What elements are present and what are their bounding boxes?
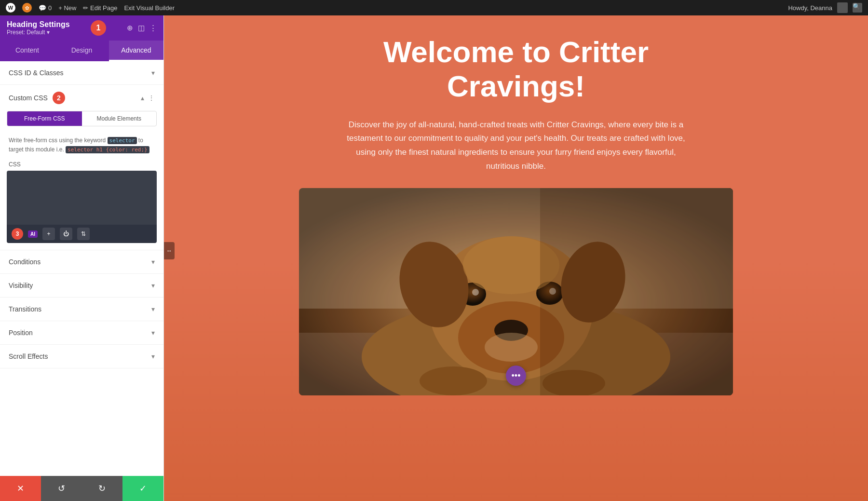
css-info-text: Write free-form css using the keyword se…: [0, 132, 163, 159]
visibility-label: Visibility: [9, 282, 33, 289]
edit-page-button[interactable]: ✏ Edit Page: [83, 4, 117, 12]
visibility-section[interactable]: Visibility ▾: [0, 274, 163, 298]
add-css-button[interactable]: +: [42, 228, 55, 240]
divi-logo[interactable]: ✿: [22, 3, 32, 13]
comment-number: 0: [48, 4, 52, 12]
css-type-tabs: Free-Form CSS Module Elements: [7, 111, 157, 126]
redo-button[interactable]: ↻: [82, 476, 123, 501]
sidebar-title: Heading Settings: [7, 20, 70, 29]
svg-rect-18: [540, 188, 733, 395]
howdy-text: Howdy, Deanna: [788, 4, 832, 12]
top-bar-right: Howdy, Deanna 🔍: [788, 2, 862, 13]
split-view-icon[interactable]: ◫: [138, 24, 145, 32]
preview-content: Welcome to Critter Cravings! Discover th…: [164, 15, 868, 501]
tab-design[interactable]: Design: [54, 41, 109, 61]
scroll-effects-chevron-icon: ▾: [151, 352, 155, 360]
sidebar-preset[interactable]: Preset: Default ▾: [7, 29, 70, 36]
custom-css-collapse-icon[interactable]: ▴: [141, 94, 144, 102]
css-example: selector h1 {color: red;}: [66, 146, 149, 153]
position-label: Position: [9, 329, 33, 337]
custom-css-more-icon[interactable]: ⋮: [148, 94, 155, 102]
css-toolbar: 3 AI + ⏻ ⇅: [7, 225, 157, 243]
sidebar-header-info: Heading Settings Preset: Default ▾: [7, 20, 70, 36]
tab-advanced[interactable]: Advanced: [109, 41, 163, 61]
user-avatar[interactable]: [837, 2, 848, 13]
scroll-effects-section[interactable]: Scroll Effects ▾: [0, 345, 163, 368]
sidebar-header: Heading Settings Preset: Default ▾ 1 ⊕ ◫…: [0, 15, 163, 41]
floating-action-button[interactable]: •••: [506, 366, 526, 386]
power-button[interactable]: ⏻: [60, 228, 72, 240]
css-id-classes-section[interactable]: CSS ID & Classes ▾: [0, 61, 163, 85]
tab-content[interactable]: Content: [0, 41, 54, 61]
css-id-classes-label: CSS ID & Classes: [9, 69, 64, 77]
preview-subtext: Discover the joy of all-natural, hand-cr…: [342, 118, 690, 174]
css-editor-area: [7, 171, 157, 225]
custom-css-header[interactable]: Custom CSS 2 ▴ ⋮: [0, 85, 163, 111]
resize-handle[interactable]: ↔: [164, 242, 175, 259]
position-chevron-icon: ▾: [151, 329, 155, 337]
wordpress-logo[interactable]: W: [6, 3, 15, 13]
ai-button[interactable]: AI: [28, 230, 38, 238]
transitions-chevron-icon: ▾: [151, 305, 155, 313]
css-textarea[interactable]: [7, 171, 157, 225]
top-bar: W ✿ 💬 0 + New ✏ Edit Page Exit Visual Bu…: [0, 0, 868, 15]
scroll-effects-label: Scroll Effects: [9, 352, 48, 360]
settings-sidebar: Heading Settings Preset: Default ▾ 1 ⊕ ◫…: [0, 15, 164, 501]
dog-svg: [299, 188, 733, 395]
position-section[interactable]: Position ▾: [0, 321, 163, 345]
settings-tabs: Content Design Advanced: [0, 41, 163, 61]
comment-count[interactable]: 💬 0: [39, 4, 52, 12]
custom-css-title-row: Custom CSS 2: [9, 92, 65, 104]
top-bar-left: W ✿ 💬 0 + New ✏ Edit Page Exit Visual Bu…: [6, 3, 175, 13]
transitions-label: Transitions: [9, 305, 41, 313]
more-options-icon[interactable]: ⋮: [149, 24, 157, 32]
preview-image: •••: [299, 188, 733, 395]
visibility-chevron-icon: ▾: [151, 282, 155, 289]
focus-mode-icon[interactable]: ⊕: [127, 24, 133, 32]
step-badge-2: 2: [53, 92, 65, 104]
exit-builder-button[interactable]: Exit Visual Builder: [124, 4, 175, 12]
custom-css-section: Custom CSS 2 ▴ ⋮ Free-Form CSS Module El…: [0, 85, 163, 250]
custom-css-label: Custom CSS: [9, 94, 48, 102]
new-button[interactable]: + New: [58, 4, 76, 12]
conditions-section[interactable]: Conditions ▾: [0, 250, 163, 274]
sidebar-bottom-toolbar: ✕ ↺ ↻ ✓: [0, 476, 163, 501]
conditions-label: Conditions: [9, 258, 41, 266]
save-button[interactable]: ✓: [122, 476, 163, 501]
comment-icon: 💬: [39, 4, 46, 12]
custom-css-icons: ▴ ⋮: [141, 94, 155, 102]
conditions-chevron-icon: ▾: [151, 258, 155, 266]
dog-photo: [299, 188, 733, 395]
css-field-label: CSS: [0, 159, 163, 171]
preview-heading: Welcome to Critter Cravings!: [347, 35, 685, 104]
step-badge-1: 1: [91, 20, 106, 36]
step-badge-3: 3: [12, 228, 23, 240]
main-layout: Heading Settings Preset: Default ▾ 1 ⊕ ◫…: [0, 15, 868, 501]
sidebar-header-actions: ⊕ ◫ ⋮: [127, 24, 157, 32]
search-icon[interactable]: 🔍: [853, 3, 862, 13]
tab-free-form-css[interactable]: Free-Form CSS: [7, 111, 82, 126]
close-button[interactable]: ✕: [0, 476, 41, 501]
sort-button[interactable]: ⇅: [77, 228, 90, 240]
tab-module-elements[interactable]: Module Elements: [82, 111, 157, 126]
css-id-chevron-icon: ▾: [151, 69, 155, 77]
sidebar-scroll-content: CSS ID & Classes ▾ Custom CSS 2 ▴ ⋮: [0, 61, 163, 476]
preview-area: Welcome to Critter Cravings! Discover th…: [164, 15, 868, 501]
selector-keyword: selector: [108, 137, 137, 144]
undo-button[interactable]: ↺: [41, 476, 82, 501]
transitions-section[interactable]: Transitions ▾: [0, 298, 163, 321]
